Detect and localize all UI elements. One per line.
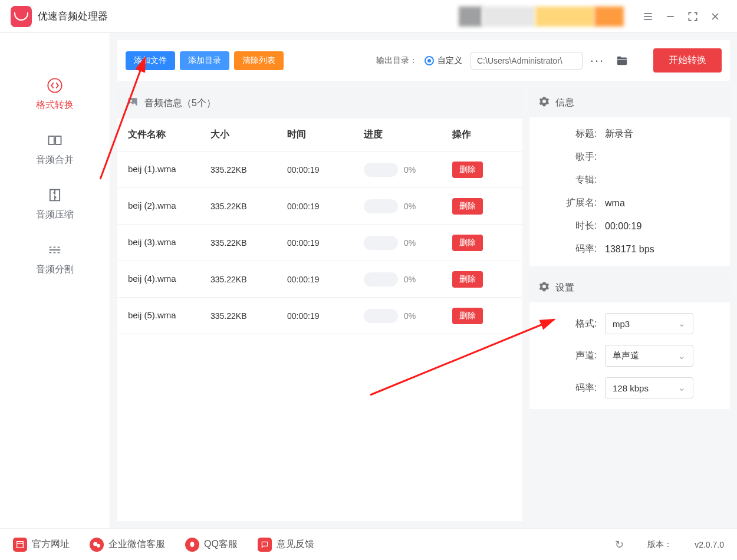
add-file-button[interactable]: 添加文件 — [126, 51, 175, 70]
progress-bar — [364, 236, 398, 250]
footer-link-label: QQ客服 — [204, 538, 238, 551]
footer-link-label: 企业微信客服 — [108, 538, 165, 551]
info-ext-k: 扩展名: — [542, 197, 597, 209]
minimize-button[interactable] — [659, 7, 682, 26]
version-label: 版本： — [647, 539, 672, 550]
col-size: 大小 — [210, 129, 287, 141]
chevron-down-icon: ⌄ — [678, 318, 686, 329]
progress-bar — [364, 163, 398, 177]
wechat-icon — [90, 538, 104, 552]
feedback-icon — [258, 538, 272, 552]
col-op: 操作 — [452, 129, 511, 141]
file-panel-header: 音频信息（5个） — [117, 88, 522, 118]
bitrate-select-value: 128 kbps — [613, 383, 649, 393]
table-row: beij (4).wma335.22KB00:00:190%删除 — [117, 261, 522, 298]
settings-panel: 设置 格式: mp3 ⌄ 声道: 单 — [529, 273, 730, 409]
output-dir-custom-radio[interactable]: 自定义 — [425, 55, 462, 66]
site-icon — [13, 538, 27, 552]
progress-bar — [364, 199, 398, 213]
set-bitrate-k: 码率: — [542, 382, 597, 394]
file-name: beij (1).wma — [128, 164, 202, 175]
delete-button[interactable]: 删除 — [452, 162, 483, 178]
info-panel: 信息 标题:新录音 歌手: 专辑: 扩展名:wma 时长:00:00:19 码率… — [529, 88, 730, 266]
info-heading: 信息 — [555, 97, 574, 109]
app-title: 优速音频处理器 — [38, 9, 108, 23]
convert-icon — [46, 77, 64, 94]
radio-label: 自定义 — [437, 55, 462, 66]
bitrate-select[interactable]: 128 kbps ⌄ — [605, 377, 693, 398]
merge-icon — [46, 131, 64, 149]
wechat-support-link[interactable]: 企业微信客服 — [90, 538, 165, 552]
close-button[interactable] — [704, 7, 726, 26]
table-header: 文件名称 大小 时间 进度 操作 — [117, 118, 522, 151]
start-convert-button[interactable]: 开始转换 — [653, 48, 722, 73]
clear-list-button[interactable]: 清除列表 — [234, 51, 284, 70]
svg-point-19 — [190, 541, 195, 546]
browse-more-button[interactable]: ··· — [587, 51, 607, 71]
sidebar: 格式转换 音频合并 音频压缩 音频分割 — [0, 33, 110, 528]
info-bitrate-k: 码率: — [542, 243, 597, 255]
table-row: beij (5).wma335.22KB00:00:190%删除 — [117, 298, 522, 334]
info-ext-v: wma — [605, 198, 625, 209]
menu-icon[interactable] — [637, 7, 659, 26]
settings-panel-header: 设置 — [529, 273, 730, 302]
info-dur-k: 时长: — [542, 220, 597, 232]
sidebar-item-label: 音频合并 — [36, 154, 74, 166]
file-name: beij (2).wma — [128, 200, 202, 212]
progress-pct: 0% — [404, 165, 416, 174]
progress-pct: 0% — [404, 238, 416, 248]
refresh-icon[interactable]: ↻ — [615, 538, 624, 551]
fullscreen-button[interactable] — [682, 7, 704, 26]
qq-support-link[interactable]: QQ客服 — [185, 538, 238, 552]
sidebar-item-compress[interactable]: 音频压缩 — [36, 186, 74, 221]
output-dir-input[interactable]: C:\Users\Administrator\ — [471, 52, 583, 70]
svg-point-14 — [130, 100, 132, 102]
delete-button[interactable]: 删除 — [452, 308, 483, 324]
delete-button[interactable]: 删除 — [452, 198, 483, 215]
sidebar-item-split[interactable]: 音频分割 — [36, 241, 74, 276]
masked-ad-area — [459, 6, 624, 27]
info-album-k: 专辑: — [542, 174, 597, 186]
info-bitrate-v: 138171 bps — [605, 244, 654, 255]
sidebar-item-format[interactable]: 格式转换 — [36, 77, 74, 111]
format-select[interactable]: mp3 ⌄ — [605, 313, 693, 334]
sidebar-item-label: 格式转换 — [36, 99, 74, 111]
open-folder-button[interactable] — [612, 51, 632, 71]
feedback-link[interactable]: 意见反馈 — [258, 538, 314, 552]
file-panel-title: 音频信息（5个） — [144, 97, 216, 110]
info-artist-k: 歌手: — [542, 151, 597, 163]
col-progress: 进度 — [364, 129, 452, 141]
progress-pct: 0% — [404, 311, 416, 321]
channel-select[interactable]: 单声道 ⌄ — [605, 345, 693, 367]
file-size: 335.22KB — [210, 202, 287, 211]
footer-link-label: 官方网址 — [32, 538, 70, 551]
svg-point-6 — [48, 78, 61, 92]
app-logo — [11, 6, 32, 27]
col-name: 文件名称 — [128, 129, 210, 141]
settings-heading: 设置 — [555, 282, 574, 294]
info-panel-header: 信息 — [529, 88, 730, 117]
progress-bar — [364, 309, 398, 323]
footer: 官方网址 企业微信客服 QQ客服 意见反馈 ↻ 版本： v2.0.7.0 — [0, 528, 737, 560]
main-content: 添加文件 添加目录 清除列表 输出目录： 自定义 C:\Users\Admini… — [110, 33, 737, 528]
set-format-k: 格式: — [542, 318, 597, 330]
set-channel-k: 声道: — [542, 350, 597, 362]
progress-pct: 0% — [404, 275, 416, 284]
file-time: 00:00:19 — [287, 311, 364, 321]
sidebar-item-merge[interactable]: 音频合并 — [36, 131, 74, 166]
format-select-value: mp3 — [613, 319, 630, 329]
delete-button[interactable]: 删除 — [452, 271, 483, 288]
add-dir-button[interactable]: 添加目录 — [180, 51, 229, 70]
official-site-link[interactable]: 官方网址 — [13, 538, 70, 552]
toolbar: 添加文件 添加目录 清除列表 输出目录： 自定义 C:\Users\Admini… — [117, 40, 730, 81]
svg-rect-7 — [49, 136, 54, 144]
chevron-down-icon: ⌄ — [678, 351, 686, 361]
file-size: 335.22KB — [210, 275, 287, 284]
file-name: beij (3).wma — [128, 237, 202, 248]
file-time: 00:00:19 — [287, 275, 364, 284]
table-row: beij (3).wma335.22KB00:00:190%删除 — [117, 225, 522, 261]
progress-pct: 0% — [404, 202, 416, 211]
svg-rect-15 — [17, 541, 24, 548]
delete-button[interactable]: 删除 — [452, 235, 483, 251]
titlebar: 优速音频处理器 — [0, 0, 737, 33]
